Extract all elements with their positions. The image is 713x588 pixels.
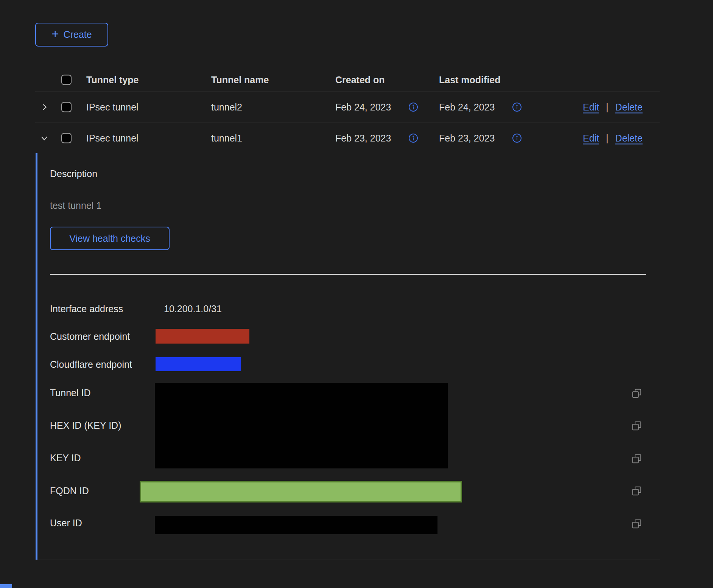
tunnel-id-label: Tunnel ID bbox=[50, 387, 90, 398]
cloudflare-endpoint-redaction bbox=[156, 357, 241, 371]
key-id-label: KEY ID bbox=[50, 453, 81, 464]
ids-redaction-block bbox=[155, 383, 448, 468]
edit-link[interactable]: Edit bbox=[583, 133, 599, 144]
info-icon[interactable] bbox=[408, 102, 418, 112]
delete-link[interactable]: Delete bbox=[615, 102, 643, 113]
hex-id-label: HEX ID (KEY ID) bbox=[50, 420, 121, 431]
delete-link[interactable]: Delete bbox=[615, 133, 643, 144]
info-icon[interactable] bbox=[408, 133, 418, 143]
last-modified-cell: Feb 24, 2023 bbox=[439, 102, 495, 113]
action-separator: | bbox=[606, 133, 609, 144]
table-bottom-divider bbox=[36, 560, 660, 560]
description-label: Description bbox=[50, 168, 97, 179]
header-tunnel-type: Tunnel type bbox=[86, 75, 139, 86]
view-health-checks-label: View health checks bbox=[69, 233, 150, 244]
edit-link[interactable]: Edit bbox=[583, 102, 599, 113]
create-button-label: Create bbox=[64, 29, 92, 40]
tunnel-name-cell: tunnel2 bbox=[211, 102, 242, 113]
chevron-right-icon[interactable] bbox=[39, 102, 49, 112]
row-divider bbox=[35, 123, 660, 123]
ipsec-tunnels-page: + Create Tunnel type Tunnel name Created… bbox=[0, 0, 713, 588]
chevron-down-icon[interactable] bbox=[39, 133, 49, 143]
description-value: test tunnel 1 bbox=[50, 200, 101, 211]
view-health-checks-button[interactable]: View health checks bbox=[50, 227, 170, 250]
interface-address-label: Interface address bbox=[50, 303, 123, 314]
header-last-modified: Last modified bbox=[439, 75, 501, 86]
fqdn-id-redaction bbox=[140, 481, 462, 502]
header-tunnel-name: Tunnel name bbox=[211, 75, 269, 86]
create-button[interactable]: + Create bbox=[35, 23, 108, 47]
tunnel-type-cell: IPsec tunnel bbox=[86, 133, 139, 144]
header-created-on: Created on bbox=[335, 75, 385, 86]
copy-key-id-icon[interactable] bbox=[631, 453, 643, 465]
expanded-panel-border bbox=[36, 153, 37, 560]
info-icon[interactable] bbox=[512, 133, 522, 143]
select-all-checkbox[interactable] bbox=[61, 75, 72, 85]
cloudflare-endpoint-label: Cloudflare endpoint bbox=[50, 359, 132, 370]
copy-tunnel-id-icon[interactable] bbox=[631, 388, 643, 399]
section-divider bbox=[50, 274, 646, 275]
action-separator: | bbox=[606, 102, 609, 113]
header-divider bbox=[35, 92, 660, 92]
copy-hex-id-icon[interactable] bbox=[631, 420, 643, 432]
created-on-cell: Feb 23, 2023 bbox=[335, 133, 391, 144]
fqdn-id-label: FQDN ID bbox=[50, 485, 89, 496]
last-modified-cell: Feb 23, 2023 bbox=[439, 133, 495, 144]
customer-endpoint-label: Customer endpoint bbox=[50, 331, 130, 342]
interface-address-value: 10.200.1.0/31 bbox=[164, 303, 222, 314]
user-id-redaction bbox=[155, 516, 437, 534]
user-id-label: User ID bbox=[50, 518, 82, 529]
plus-icon: + bbox=[51, 28, 59, 40]
tunnel-type-cell: IPsec tunnel bbox=[86, 102, 139, 113]
copy-fqdn-id-icon[interactable] bbox=[631, 485, 643, 497]
scroll-cutoff-panel-border bbox=[0, 584, 12, 588]
tunnel-name-cell: tunnel1 bbox=[211, 133, 242, 144]
created-on-cell: Feb 24, 2023 bbox=[335, 102, 391, 113]
row-checkbox[interactable] bbox=[61, 133, 72, 143]
info-icon[interactable] bbox=[512, 102, 522, 112]
row-checkbox[interactable] bbox=[61, 102, 72, 112]
copy-user-id-icon[interactable] bbox=[631, 518, 643, 530]
customer-endpoint-redaction bbox=[156, 329, 249, 344]
